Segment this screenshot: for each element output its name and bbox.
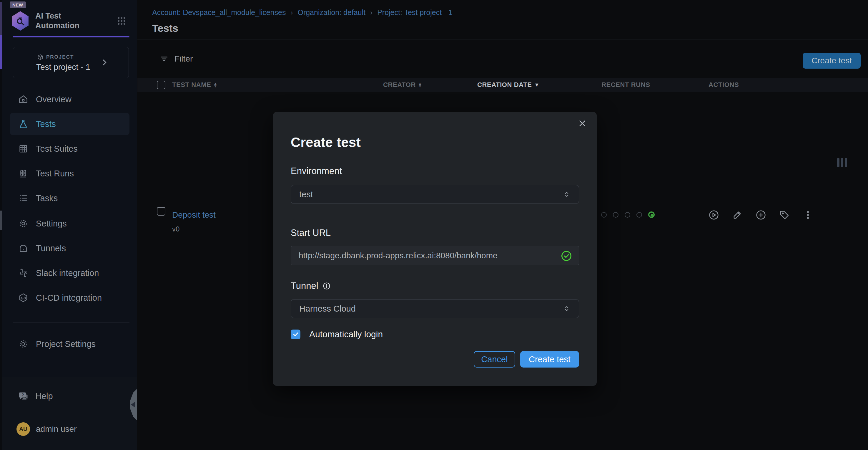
sort-icon: ▲▼ xyxy=(214,82,217,87)
breadcrumb-account[interactable]: Account: Devspace_all_module_licenses xyxy=(152,8,286,17)
help-label: Help xyxy=(35,391,53,401)
sidebar-item-label: Slack integration xyxy=(36,268,99,278)
run-status-dot-passed[interactable] xyxy=(648,212,655,218)
sidebar-item-test-runs[interactable]: Test Runs xyxy=(10,162,129,185)
project-label: PROJECT xyxy=(46,54,74,60)
user-menu[interactable]: AU admin user xyxy=(17,422,77,436)
sidebar-item-tasks[interactable]: Tasks xyxy=(10,187,129,209)
environment-label: Environment xyxy=(291,166,342,176)
tunnel-value: Harness Cloud xyxy=(299,304,356,314)
sidebar-item-label: Overview xyxy=(36,94,71,104)
column-header-actions: ACTIONS xyxy=(709,78,739,92)
filter-icon xyxy=(160,55,168,63)
breadcrumb-separator: › xyxy=(290,8,293,17)
select-all-checkbox[interactable] xyxy=(157,78,165,92)
rail-segment xyxy=(0,2,2,35)
sidebar-item-project-settings[interactable]: Project Settings xyxy=(10,333,129,355)
column-header-creation-date[interactable]: CREATION DATE ▼ xyxy=(477,78,539,92)
run-status-dot[interactable] xyxy=(613,212,619,218)
svg-text:?: ? xyxy=(22,393,24,397)
sidebar-item-tunnels[interactable]: Tunnels xyxy=(10,237,129,259)
run-test-icon[interactable] xyxy=(708,209,719,221)
sidebar-item-label: Project Settings xyxy=(36,339,96,349)
kebab-menu-icon[interactable] xyxy=(802,209,813,221)
sidebar-item-label: Tests xyxy=(36,119,56,129)
sidebar-divider xyxy=(13,322,129,322)
start-url-input[interactable]: http://stage.dbank.prod-apps.relicx.ai:8… xyxy=(291,246,579,265)
sidebar-item-tests[interactable]: Tests xyxy=(10,113,129,135)
table-header: TEST NAME ▲▼ CREATOR ▲▼ CREATION DATE ▼ … xyxy=(137,78,868,92)
task-list-icon xyxy=(18,193,28,203)
gear-icon xyxy=(18,339,28,349)
app-logo xyxy=(11,11,29,31)
test-version: v0 xyxy=(172,225,180,233)
run-status-dot[interactable] xyxy=(637,212,642,218)
chevron-right-icon xyxy=(100,58,108,66)
filter-label: Filter xyxy=(175,54,193,64)
add-circle-icon[interactable] xyxy=(755,209,767,221)
sort-icon: ▲▼ xyxy=(418,82,422,87)
tunnel-select[interactable]: Harness Cloud xyxy=(291,299,579,318)
sidebar-item-cicd-integration[interactable]: CI-CD integration xyxy=(10,286,129,309)
test-name-link[interactable]: Deposit test xyxy=(172,210,216,220)
help-chat-icon: ? xyxy=(18,391,28,401)
select-chevrons-icon xyxy=(563,191,570,198)
select-chevrons-icon xyxy=(563,305,570,312)
avatar: AU xyxy=(17,422,30,436)
modal-create-test-button[interactable]: Create test xyxy=(520,351,579,368)
modal-title: Create test xyxy=(291,134,361,150)
info-icon[interactable] xyxy=(322,282,331,290)
run-status-dot[interactable] xyxy=(601,212,607,218)
breadcrumb-separator: › xyxy=(370,8,372,17)
sidebar-bottom-panel xyxy=(2,377,137,450)
breadcrumb-organization[interactable]: Organization: default xyxy=(298,8,366,17)
sidebar-item-test-suites[interactable]: Test Suites xyxy=(10,138,129,160)
sidebar-item-settings[interactable]: Settings xyxy=(10,212,129,235)
url-valid-check-icon xyxy=(560,250,572,262)
tunnel-label: Tunnel xyxy=(291,281,331,291)
table-grid-icon xyxy=(18,144,28,154)
gear-icon xyxy=(18,219,28,228)
sidebar-item-label: Tasks xyxy=(36,194,58,203)
edit-pencil-icon[interactable] xyxy=(732,209,743,221)
column-settings-icon[interactable] xyxy=(837,158,847,167)
home-icon xyxy=(18,94,28,104)
environment-value: test xyxy=(299,190,313,199)
app-title: AI Test Automation xyxy=(35,11,117,31)
cicd-link-icon xyxy=(18,293,28,303)
app-switcher-icon[interactable] xyxy=(117,16,126,26)
sidebar-divider xyxy=(13,369,129,369)
sidebar-item-overview[interactable]: Overview xyxy=(10,88,129,110)
tag-icon[interactable] xyxy=(779,209,790,221)
sidebar-item-slack-integration[interactable]: Slack integration xyxy=(10,262,129,284)
user-name: admin user xyxy=(36,424,77,434)
sidebar-item-label: Test Suites xyxy=(36,144,78,154)
breadcrumb-project[interactable]: Project: Test project - 1 xyxy=(377,8,452,17)
row-checkbox[interactable] xyxy=(157,207,165,216)
create-test-button[interactable]: Create test xyxy=(803,53,861,68)
column-header-creator[interactable]: CREATOR ▲▼ xyxy=(383,78,422,92)
test-tubes-icon xyxy=(18,168,28,178)
close-icon[interactable] xyxy=(577,118,587,129)
environment-select[interactable]: test xyxy=(291,185,579,204)
row-actions xyxy=(708,209,813,221)
sidebar-item-label: Settings xyxy=(36,219,67,228)
help-button[interactable]: ? Help xyxy=(18,391,53,401)
new-badge: NEW xyxy=(10,1,26,8)
checkbox-icon[interactable] xyxy=(157,81,165,89)
project-name: Test project - 1 xyxy=(36,62,90,72)
slack-icon xyxy=(18,268,28,278)
filter-button[interactable]: Filter xyxy=(160,54,193,64)
auto-login-checkbox-row[interactable]: Automatically login xyxy=(291,329,383,339)
auto-login-label: Automatically login xyxy=(309,329,383,339)
column-header-test-name[interactable]: TEST NAME ▲▼ xyxy=(172,78,217,92)
cube-icon xyxy=(37,54,43,60)
checked-checkbox-icon[interactable] xyxy=(291,330,301,339)
cancel-button[interactable]: Cancel xyxy=(474,351,515,368)
sidebar-item-label: CI-CD integration xyxy=(36,293,102,303)
recent-runs xyxy=(601,212,655,218)
project-selector[interactable]: PROJECT Test project - 1 xyxy=(13,47,129,78)
run-status-dot[interactable] xyxy=(625,212,630,218)
rail-segment xyxy=(0,210,2,230)
column-header-recent-runs: RECENT RUNS xyxy=(601,78,650,92)
